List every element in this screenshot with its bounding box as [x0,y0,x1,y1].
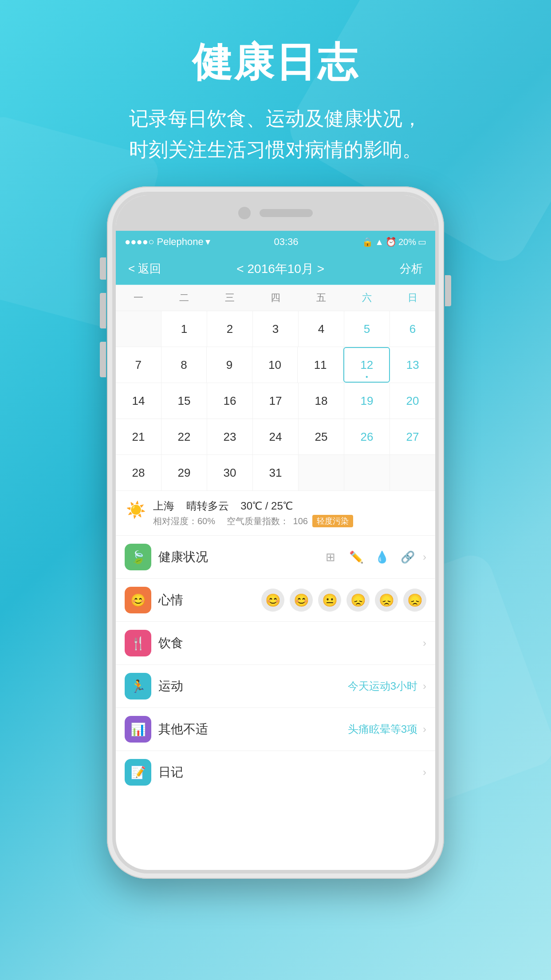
diet-icon: 🍴 [125,630,151,656]
discomfort-row[interactable]: 📊 其他不适 头痛眩晕等3项 › [116,708,435,751]
cal-cell-6[interactable]: 6 [390,311,435,347]
mood-face-1[interactable]: 😊 [261,589,284,612]
cal-cell-1[interactable]: 1 [161,311,207,347]
city-label: 上海 [153,500,174,512]
phone-top-bar [116,195,435,231]
cal-cell-29[interactable]: 29 [161,455,207,490]
lock-icon: 🔒 [362,237,373,247]
record-icon[interactable]: ⊞ [321,547,340,567]
cal-cell-5[interactable]: 5 [344,311,390,347]
exercise-label: 运动 [158,678,341,695]
cal-cell-16[interactable]: 16 [207,383,253,419]
mute-button [100,257,106,280]
weekday-fri: 五 [298,285,344,311]
cal-cell-empty-2 [299,455,344,490]
cal-cell-7[interactable]: 7 [116,347,161,383]
mood-face-4[interactable]: 😞 [346,589,370,612]
status-right: 🔒 ▲ ⏰ 20% ▭ [362,237,426,247]
cal-cell-21[interactable]: 21 [116,419,161,454]
cal-cell-26[interactable]: 26 [344,419,390,454]
mood-face-3[interactable]: 😐 [318,589,341,612]
mood-label: 心情 [158,592,254,609]
navigation-bar: < 返回 < 2016年10月 > 分析 [116,253,435,285]
background: 健康日志 记录每日饮食、运动及健康状况， 时刻关注生活习惯对病情的影响。 [0,0,551,980]
mood-icon: 😊 [125,587,151,613]
chart-icon: 📊 [130,722,146,737]
alarm-icon: ⏰ [386,237,397,247]
month-title[interactable]: < 2016年10月 > [236,261,324,277]
mood-face-6[interactable]: 😞 [403,589,426,612]
cal-cell-18[interactable]: 18 [299,383,344,419]
health-status-row[interactable]: 🍃 健康状况 ⊞ ✏️ 💧 🔗 › [116,536,435,579]
mood-face-2[interactable]: 😊 [290,589,313,612]
analyze-button[interactable]: 分析 [400,261,423,277]
status-bar: ●●●●○ Pelephone ▾ 03:36 🔒 ▲ ⏰ 20% ▭ [116,231,435,253]
diet-chevron-icon: › [423,637,426,649]
cal-cell-19[interactable]: 19 [344,383,390,419]
diary-row[interactable]: 📝 日记 › [116,751,435,794]
cal-cell-23[interactable]: 23 [207,419,253,454]
status-left: ●●●●○ Pelephone ▾ [125,236,210,248]
exercise-row[interactable]: 🏃 运动 今天运动3小时 › [116,665,435,708]
cal-cell-3[interactable]: 3 [253,311,299,347]
mood-row[interactable]: 😊 心情 😊 😊 😐 😞 😞 😞 [116,579,435,622]
exercise-right: 今天运动3小时 › [348,679,426,693]
battery-icon: ▭ [418,237,426,247]
volume-up-button [100,293,106,328]
phone-inner: ●●●●○ Pelephone ▾ 03:36 🔒 ▲ ⏰ 20% ▭ [112,192,439,873]
cal-cell-9[interactable]: 9 [207,347,252,383]
diet-label: 饮食 [158,635,416,652]
health-action-icons: ⊞ ✏️ 💧 🔗 [321,547,417,567]
cal-cell-13[interactable]: 13 [390,347,435,383]
cal-cell-24[interactable]: 24 [253,419,299,454]
weather-info: 上海 晴转多云 30℃ / 25℃ 相对湿度：60% 空气质量指数： [153,499,426,527]
cal-cell-10[interactable]: 10 [252,347,298,383]
pencil-icon[interactable]: ✏️ [346,547,366,567]
health-chevron-icon: › [423,551,426,563]
cal-cell-30[interactable]: 30 [207,455,253,490]
phone-mockup: ●●●●○ Pelephone ▾ 03:36 🔒 ▲ ⏰ 20% ▭ [107,186,444,888]
calendar-row-1: 1 2 3 4 5 6 [116,311,435,347]
cal-cell-31[interactable]: 31 [253,455,299,490]
link-icon[interactable]: 🔗 [398,547,417,567]
cal-cell-12-today[interactable]: 12 [343,347,390,383]
cal-cell-14[interactable]: 14 [116,383,161,419]
cal-cell-20[interactable]: 20 [390,383,435,419]
condition-label: 晴转多云 [186,500,229,512]
mood-faces: 😊 😊 😐 😞 😞 😞 [261,589,426,612]
weekday-tue: 二 [161,285,207,311]
pollution-badge: 轻度污染 [312,515,353,527]
back-button[interactable]: < 返回 [128,261,161,277]
diet-right: › [423,637,426,649]
cal-cell-11[interactable]: 11 [298,347,343,383]
cal-cell-4[interactable]: 4 [299,311,344,347]
discomfort-right: 头痛眩晕等3项 › [348,722,426,736]
calendar-row-5: 28 29 30 31 [116,455,435,491]
cal-cell-2[interactable]: 2 [207,311,253,347]
cal-cell-empty-4 [390,455,435,490]
diet-row[interactable]: 🍴 饮食 › [116,622,435,665]
humidity-label: 相对湿度：60% [153,515,215,527]
calendar-row-3: 14 15 16 17 18 19 20 [116,383,435,419]
cal-cell-22[interactable]: 22 [161,419,207,454]
cal-cell-17[interactable]: 17 [253,383,299,419]
weather-icon: ☀️ [125,499,147,521]
location-icon: ▲ [375,237,384,247]
phone-screen: ●●●●○ Pelephone ▾ 03:36 🔒 ▲ ⏰ 20% ▭ [116,195,435,870]
header-section: 健康日志 记录每日饮食、运动及健康状况， 时刻关注生活习惯对病情的影响。 [0,36,551,166]
exercise-action-label: 今天运动3小时 [348,679,417,693]
cal-cell-25[interactable]: 25 [299,419,344,454]
drop-icon[interactable]: 💧 [372,547,392,567]
weather-row: ☀️ 上海 晴转多云 30℃ / 25℃ 相对湿度：60% [116,491,435,536]
temp-label: 30℃ / 25℃ [240,500,292,512]
wifi-icon: ▾ [205,236,210,248]
cal-cell-27[interactable]: 27 [390,419,435,454]
battery-pct-label: 20% [398,237,416,247]
smile-icon: 😊 [130,593,146,608]
aqi-label: 空气质量指数： [227,515,289,527]
mood-face-5[interactable]: 😞 [375,589,398,612]
cal-cell-28[interactable]: 28 [116,455,161,490]
cal-cell-8[interactable]: 8 [161,347,207,383]
weather-sub-text: 相对湿度：60% 空气质量指数： 106 轻度污染 [153,515,426,527]
cal-cell-15[interactable]: 15 [161,383,207,419]
